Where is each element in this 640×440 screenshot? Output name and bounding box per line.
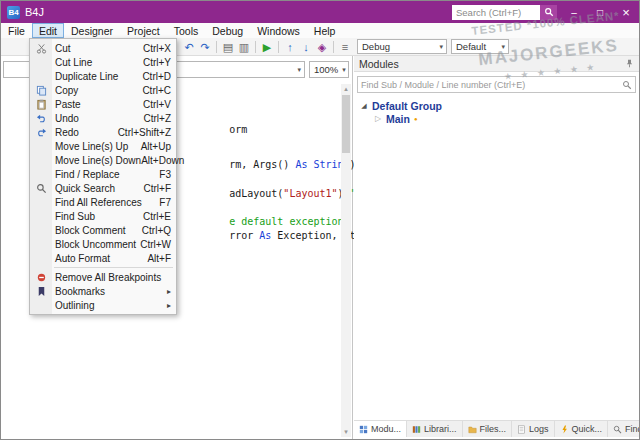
menu-item-shortcut: Ctrl+X	[143, 43, 171, 54]
menu-item-label: Undo	[55, 113, 79, 124]
previous-sub-icon[interactable]: ↑	[282, 39, 298, 55]
menu-item-label: Duplicate Line	[55, 71, 118, 82]
scrollbar-thumb[interactable]	[342, 95, 350, 153]
tab-files[interactable]: Files...	[463, 421, 513, 437]
zoom-combo[interactable]: 100% ▾	[309, 61, 349, 78]
tab-libraries[interactable]: Librari...	[407, 421, 463, 437]
menu-item-move-lines-up[interactable]: Move Line(s) Up Alt+Up	[30, 139, 176, 153]
menubar-item-tools[interactable]: Tools	[167, 23, 206, 38]
modules-tab-icon	[359, 425, 368, 434]
scroll-down-icon[interactable]: ▾	[341, 427, 351, 437]
menu-item-shortcut: Alt+Up	[141, 141, 171, 152]
menu-item-shortcut: Alt+Down	[141, 155, 184, 166]
menu-item-find-replace[interactable]: Find / Replace F3	[30, 167, 176, 181]
titlebar-search-button[interactable]	[540, 5, 557, 20]
menu-item-cut-line[interactable]: Cut Line Ctrl+Y	[30, 55, 176, 69]
menu-item-label: Bookmarks	[55, 286, 105, 297]
menu-item-shortcut: F3	[159, 169, 171, 180]
menu-item-block-uncomment[interactable]: Block Uncomment Ctrl+W	[30, 237, 176, 251]
run-icon[interactable]: ▶	[259, 39, 275, 55]
menubar: File Edit Designer Project Tools Debug W…	[1, 23, 639, 38]
menu-item-remove-all-breakpoints[interactable]: Remove All Breakpoints	[30, 270, 176, 284]
menubar-item-edit[interactable]: Edit	[32, 23, 64, 38]
menu-item-shortcut: Ctrl+F	[144, 183, 172, 194]
menu-item-label: Redo	[55, 127, 79, 138]
menu-separator	[54, 267, 173, 268]
modules-panel-title: Modules	[359, 58, 399, 70]
menu-item-label: Block Uncomment	[55, 239, 136, 250]
code-line: orm	[181, 113, 247, 146]
chevron-down-icon: ▾	[497, 43, 505, 51]
minimize-button[interactable]: –	[561, 1, 587, 23]
menu-item-block-comment[interactable]: Block Comment Ctrl+Q	[30, 223, 176, 237]
redo-icon	[30, 127, 52, 138]
menu-item-paste[interactable]: Paste Ctrl+V	[30, 97, 176, 111]
menubar-item-windows[interactable]: Windows	[250, 23, 307, 38]
maximize-button[interactable]: □	[587, 1, 613, 23]
tree-group-label: Default Group	[372, 100, 442, 112]
quick-search-tab-icon	[560, 425, 569, 434]
tab-find-all-references[interactable]: Find All...	[608, 421, 640, 437]
run-configuration-combo[interactable]: Default ▾	[451, 39, 509, 54]
tag-icon[interactable]: ◈	[314, 39, 330, 55]
toolbar-separator	[278, 41, 279, 53]
b4j-window: B4 B4J – □ × File Edit Designer Project …	[0, 0, 640, 440]
build-configuration-combo[interactable]: Debug ▾	[357, 39, 447, 54]
menu-item-find-sub[interactable]: Find Sub Ctrl+E	[30, 209, 176, 223]
bottom-tab-bar: Modu... Librari... Files... Logs Quick..…	[354, 420, 639, 437]
tree-expanded-icon[interactable]: ◢	[358, 102, 370, 110]
menu-item-label: Find Sub	[55, 211, 95, 222]
tree-collapsed-icon[interactable]: ▷	[372, 114, 384, 123]
next-sub-icon[interactable]: ↓	[298, 39, 314, 55]
find-all-tab-icon	[613, 425, 622, 434]
menu-item-duplicate-line[interactable]: Duplicate Line Ctrl+D	[30, 69, 176, 83]
outline-list-icon[interactable]: ▥	[236, 39, 252, 55]
search-icon	[30, 183, 52, 194]
menu-item-redo[interactable]: Redo Ctrl+Shift+Z	[30, 125, 176, 139]
toolbar-menu-icon[interactable]: ≡	[337, 39, 353, 55]
scroll-up-icon[interactable]: ▴	[341, 84, 351, 94]
menu-item-copy[interactable]: Copy Ctrl+C	[30, 83, 176, 97]
chevron-down-icon: ▾	[293, 66, 301, 74]
menu-item-bookmarks[interactable]: Bookmarks ▸	[30, 284, 176, 298]
titlebar-search-input[interactable]	[452, 5, 540, 20]
window-title: B4J	[25, 6, 44, 18]
menu-item-quick-search[interactable]: Quick Search Ctrl+F	[30, 181, 176, 195]
tree-module-label: Main	[386, 113, 410, 125]
menu-item-label: Remove All Breakpoints	[55, 272, 161, 283]
menu-item-find-all-references[interactable]: Find All References F7	[30, 195, 176, 209]
menubar-item-debug[interactable]: Debug	[205, 23, 250, 38]
menubar-item-help[interactable]: Help	[307, 23, 343, 38]
tree-item-default-group[interactable]: ◢ Default Group	[358, 99, 635, 112]
menu-item-cut[interactable]: Cut Ctrl+X	[30, 41, 176, 55]
tab-modules[interactable]: Modu...	[354, 421, 407, 437]
tab-logs[interactable]: Logs	[512, 421, 555, 437]
toolbar-separator	[216, 41, 217, 53]
tab-label: Files...	[480, 424, 507, 434]
tree-item-main[interactable]: ▷ Main ●	[372, 112, 635, 125]
submenu-arrow-icon: ▸	[167, 287, 171, 296]
menu-item-undo[interactable]: Undo Ctrl+Z	[30, 111, 176, 125]
close-button[interactable]: ×	[613, 1, 639, 23]
navigate-forward-icon[interactable]: ↷	[197, 39, 213, 55]
menu-item-label: Move Line(s) Up	[55, 141, 128, 152]
menubar-item-designer[interactable]: Designer	[64, 23, 120, 38]
toolbar-separator	[333, 41, 334, 53]
menu-item-shortcut: Ctrl+Y	[143, 57, 171, 68]
paste-icon	[30, 99, 52, 110]
menu-item-auto-format[interactable]: Auto Format Alt+F	[30, 251, 176, 265]
menu-item-label: Quick Search	[55, 183, 115, 194]
bookmark-list-icon[interactable]: ▤	[220, 39, 236, 55]
app-icon: B4	[7, 6, 20, 19]
menu-item-move-lines-down[interactable]: Move Line(s) Down Alt+Down	[30, 153, 176, 167]
menu-item-outlining[interactable]: Outlining ▸	[30, 298, 176, 312]
cut-icon	[30, 43, 52, 54]
tab-quick-search[interactable]: Quick...	[555, 421, 609, 437]
menu-item-label: Cut Line	[55, 57, 92, 68]
menubar-item-project[interactable]: Project	[120, 23, 167, 38]
pin-icon[interactable]	[625, 59, 634, 68]
navigate-back-icon[interactable]: ↶	[181, 39, 197, 55]
menubar-item-file[interactable]: File	[1, 23, 32, 38]
editor-vertical-scrollbar[interactable]: ▴ ▾	[341, 84, 351, 437]
find-sub-search-input[interactable]	[361, 80, 622, 90]
